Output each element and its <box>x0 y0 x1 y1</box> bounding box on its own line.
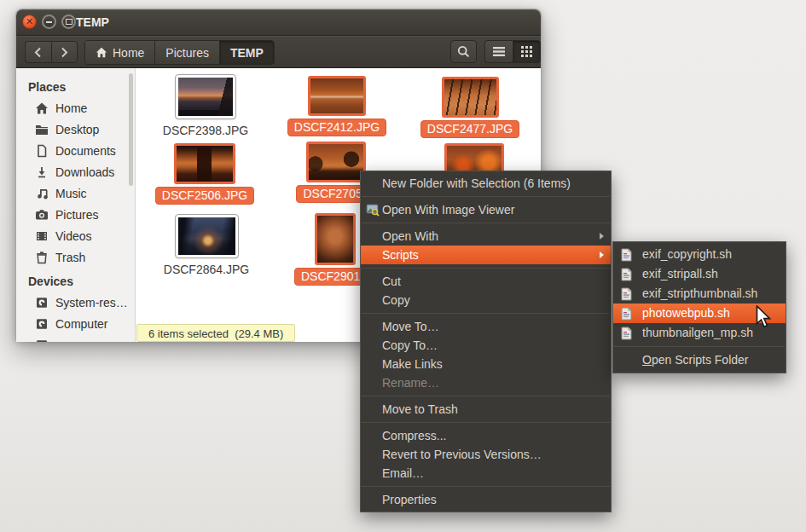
maximize-icon <box>66 19 72 25</box>
breadcrumb-home[interactable]: Home <box>85 41 155 64</box>
grid-view-icon <box>521 46 532 57</box>
sidebar-item-documents[interactable]: Documents <box>16 140 135 161</box>
drive-icon <box>35 338 49 343</box>
maximize-button[interactable] <box>61 14 76 29</box>
file-name: DSCF2477.JPG <box>420 120 519 138</box>
breadcrumb-label: Pictures <box>165 46 209 60</box>
menu-separator <box>614 346 785 347</box>
submenu-item-exif-stripthumbnail[interactable]: exif_stripthumbnail.sh <box>613 284 786 304</box>
image-viewer-icon <box>366 203 380 217</box>
close-icon: ✕ <box>26 17 33 26</box>
submenu-arrow-icon <box>600 233 604 240</box>
menu-item-revert-to-previous-versions[interactable]: Revert to Previous Versions… <box>361 445 611 464</box>
file-thumbnail <box>306 142 366 182</box>
submenu-item-exif-copyright[interactable]: exif_copyright.sh <box>613 245 786 264</box>
breadcrumb-temp[interactable]: TEMP <box>220 41 274 64</box>
submenu-item-exif-stripall[interactable]: exif_stripall.sh <box>613 264 786 284</box>
sidebar-item-partial[interactable] <box>16 334 135 342</box>
document-icon <box>35 144 49 158</box>
menu-item-move-to[interactable]: Move To… <box>361 317 611 336</box>
view-toggle <box>484 40 541 63</box>
back-button[interactable] <box>25 41 51 63</box>
script-file-icon <box>621 248 632 262</box>
file-tile[interactable]: DSCF2398.JPG <box>142 75 270 137</box>
titlebar[interactable]: ✕ TEMP <box>16 9 541 36</box>
sidebar-item-pictures[interactable]: Pictures <box>16 204 135 225</box>
grid-view-button[interactable] <box>513 40 542 63</box>
menu-item-label: Open With <box>382 229 438 243</box>
menu-separator <box>362 268 610 269</box>
menu-item-label: Open Scripts Folder <box>642 350 786 370</box>
menu-item-open-with-image-viewer[interactable]: Open With Image Viewer <box>361 200 611 219</box>
file-tile[interactable]: DSCF2506.JPG <box>141 143 269 205</box>
menu-separator <box>362 396 610 396</box>
sidebar-item-label: Documents <box>55 144 116 158</box>
menu-separator <box>362 223 610 223</box>
home-icon <box>96 47 107 58</box>
menu-item-compress[interactable]: Compress... <box>361 426 611 445</box>
menu-item-copy-to[interactable]: Copy To… <box>361 336 611 355</box>
file-tile[interactable]: DSCF2864.JPG <box>142 215 270 276</box>
menu-item-properties[interactable]: Properties <box>361 490 611 509</box>
sidebar-item-desktop[interactable]: Desktop <box>16 119 135 140</box>
sidebar-item-label: Trash <box>55 251 85 264</box>
sidebar-item-label: Downloads <box>55 165 114 179</box>
context-menu: New Folder with Selection (6 Items) Open… <box>360 171 612 512</box>
sidebar-item-label: Music <box>55 187 87 200</box>
sidebar-item-music[interactable]: Music <box>16 182 135 204</box>
sidebar-item-videos[interactable]: Videos <box>16 225 135 246</box>
menu-item-scripts[interactable]: Scripts <box>361 246 611 264</box>
menu-item-open-with[interactable]: Open With <box>361 227 611 246</box>
menu-item-email[interactable]: Email… <box>361 464 611 483</box>
search-button[interactable] <box>450 40 477 63</box>
forward-button[interactable] <box>51 41 78 63</box>
script-file-icon <box>621 268 632 281</box>
sidebar-item-downloads[interactable]: Downloads <box>16 161 135 182</box>
menu-item-cut[interactable]: Cut <box>361 272 611 291</box>
minimize-icon <box>46 21 52 23</box>
menu-item-copy[interactable]: Copy <box>361 291 611 309</box>
menu-separator <box>362 196 610 197</box>
sidebar-item-home[interactable]: Home <box>16 97 135 119</box>
sidebar-scrollbar[interactable] <box>129 73 133 186</box>
selection-status: 6 items selected (29.4 MB) <box>136 324 295 342</box>
close-button[interactable]: ✕ <box>22 14 37 29</box>
file-name: DSCF2864.JPG <box>164 263 249 276</box>
sidebar-heading-devices: Devices <box>16 271 135 292</box>
search-icon <box>457 45 470 58</box>
sidebar-item-computer[interactable]: Computer <box>16 313 135 334</box>
sidebar-item-system-res[interactable]: System-res… <box>16 292 135 313</box>
minimize-button[interactable] <box>42 14 56 29</box>
trash-icon <box>35 251 49 264</box>
script-file-icon <box>621 327 632 340</box>
drive-icon <box>35 296 49 309</box>
sidebar-item-label: Videos <box>55 229 92 243</box>
menu-item-new-folder-with-selection[interactable]: New Folder with Selection (6 Items) <box>361 174 611 193</box>
sidebar-item-label: Pictures <box>55 208 99 222</box>
menu-item-label: Scripts <box>382 248 419 262</box>
music-icon <box>35 187 49 200</box>
breadcrumb-pictures[interactable]: Pictures <box>155 41 220 64</box>
script-file-icon <box>621 307 632 321</box>
drive-icon <box>35 317 49 331</box>
submenu-arrow-icon <box>600 252 604 258</box>
breadcrumb-label: TEMP <box>230 46 264 60</box>
file-tile[interactable]: DSCF2477.JPG <box>406 77 534 138</box>
sidebar-item-trash[interactable]: Trash <box>16 246 135 268</box>
file-thumbnail <box>174 143 235 184</box>
sidebar-item-label: Computer <box>55 317 107 331</box>
menu-separator <box>362 313 610 314</box>
list-view-button[interactable] <box>484 40 513 63</box>
menu-item-move-to-trash[interactable]: Move to Trash <box>361 400 611 419</box>
submenu-item-open-scripts-folder[interactable]: Open Scripts Folder <box>613 350 786 370</box>
menu-item-label: thumbnailgen_mp.sh <box>642 326 753 339</box>
sidebar-item-label: Desktop <box>55 123 99 136</box>
file-thumbnail <box>315 213 356 265</box>
file-name: DSCF2506.JPG <box>155 187 254 205</box>
file-name: DSCF2398.JPG <box>163 124 248 137</box>
menu-item-make-links[interactable]: Make Links <box>361 355 611 373</box>
film-icon <box>35 229 49 243</box>
forward-icon <box>61 47 68 58</box>
file-tile[interactable]: DSCF2412.JPG <box>273 76 401 136</box>
window-title: TEMP <box>76 15 109 29</box>
